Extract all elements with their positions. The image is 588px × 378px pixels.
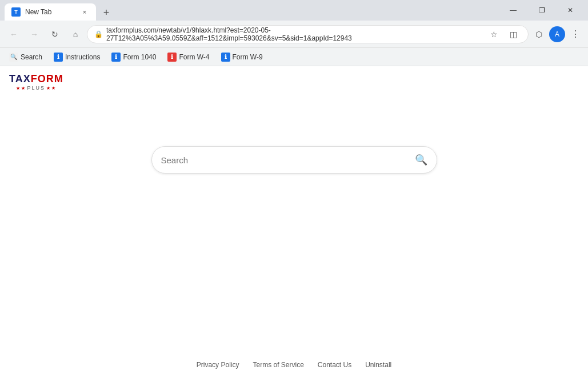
minimize-button[interactable]: —	[500, 0, 526, 21]
title-bar: T New Tab × + — ❐ ✕	[0, 0, 588, 21]
lock-icon: 🔒	[94, 30, 103, 38]
bookmark-item-4[interactable]: ℹForm W-9	[217, 50, 267, 64]
bookmark-button[interactable]: ☆	[486, 26, 502, 42]
bookmark-item-2[interactable]: ℹForm 1040	[107, 50, 161, 64]
close-button[interactable]: ✕	[557, 0, 583, 21]
footer-link-3[interactable]: Uninstall	[365, 361, 391, 369]
profile-button[interactable]: A	[549, 26, 565, 42]
bookmark-label-1: Instructions	[65, 53, 100, 61]
tab-close-button[interactable]: ×	[80, 7, 89, 17]
logo-sub: ★★ PLUS ★★	[9, 85, 63, 91]
forward-button[interactable]: →	[25, 25, 43, 43]
menu-button[interactable]: ⋮	[567, 26, 583, 42]
logo-form: FORM	[31, 73, 63, 85]
search-area: 🔍	[151, 146, 437, 174]
screenshot-button[interactable]: ◫	[505, 26, 521, 42]
bookmark-label-4: Form W-9	[233, 53, 263, 61]
bookmark-label-3: Form W-4	[179, 53, 209, 61]
logo-area: TAXFORM ★★ PLUS ★★	[9, 73, 63, 91]
footer-link-2[interactable]: Contact Us	[318, 361, 351, 369]
logo-main: TAXFORM	[9, 73, 63, 85]
logo-plus: PLUS	[27, 85, 46, 91]
logo-star-left: ★★	[16, 86, 26, 91]
back-button[interactable]: ←	[5, 25, 23, 43]
bookmark-item-0[interactable]: 🔍Search	[5, 50, 47, 64]
bookmark-bar: 🔍SearchℹInstructionsℹForm 1040ℹForm W-4ℹ…	[0, 48, 588, 66]
url-bar[interactable]: 🔒 taxformplus.com/newtab/v1/9hlaxk.html?…	[87, 25, 529, 43]
logo-star-right: ★★	[46, 86, 57, 91]
extensions-button[interactable]: ⬡	[531, 26, 547, 42]
new-tab-button[interactable]: +	[98, 5, 114, 21]
footer: Privacy PolicyTerms of ServiceContact Us…	[0, 361, 588, 369]
footer-link-0[interactable]: Privacy Policy	[197, 361, 239, 369]
footer-link-1[interactable]: Terms of Service	[253, 361, 303, 369]
bookmark-icon-1: ℹ	[54, 53, 63, 62]
main-search-box[interactable]: 🔍	[151, 146, 437, 174]
address-bar: ← → ↻ ⌂ 🔒 taxformplus.com/newtab/v1/9hla…	[0, 21, 588, 48]
main-search-input[interactable]	[161, 155, 415, 165]
bookmark-label-2: Form 1040	[123, 53, 156, 61]
bookmark-icon-3: ℹ	[167, 53, 177, 62]
bookmark-icon-0: 🔍	[9, 53, 18, 62]
bookmark-icon-2: ℹ	[111, 53, 121, 62]
bookmark-label-0: Search	[21, 53, 42, 61]
home-button[interactable]: ⌂	[66, 25, 85, 43]
tab-strip: T New Tab × +	[5, 0, 498, 21]
maximize-button[interactable]: ❐	[529, 0, 555, 21]
search-icon: 🔍	[415, 154, 427, 166]
window-controls: — ❐ ✕	[500, 0, 583, 21]
active-tab[interactable]: T New Tab ×	[5, 3, 96, 21]
tab-favicon: T	[11, 7, 21, 17]
url-text: taxformplus.com/newtab/v1/9hlaxk.html?es…	[106, 26, 482, 42]
page-content: TAXFORM ★★ PLUS ★★ 🔍 Privacy PolicyTerms…	[0, 66, 588, 378]
logo-tax: TAX	[9, 73, 31, 85]
refresh-button[interactable]: ↻	[46, 25, 64, 43]
bookmark-item-1[interactable]: ℹInstructions	[49, 50, 105, 64]
tab-title: New Tab	[25, 8, 75, 16]
bookmark-icon-4: ℹ	[221, 53, 230, 62]
bookmark-item-3[interactable]: ℹForm W-4	[163, 50, 214, 64]
